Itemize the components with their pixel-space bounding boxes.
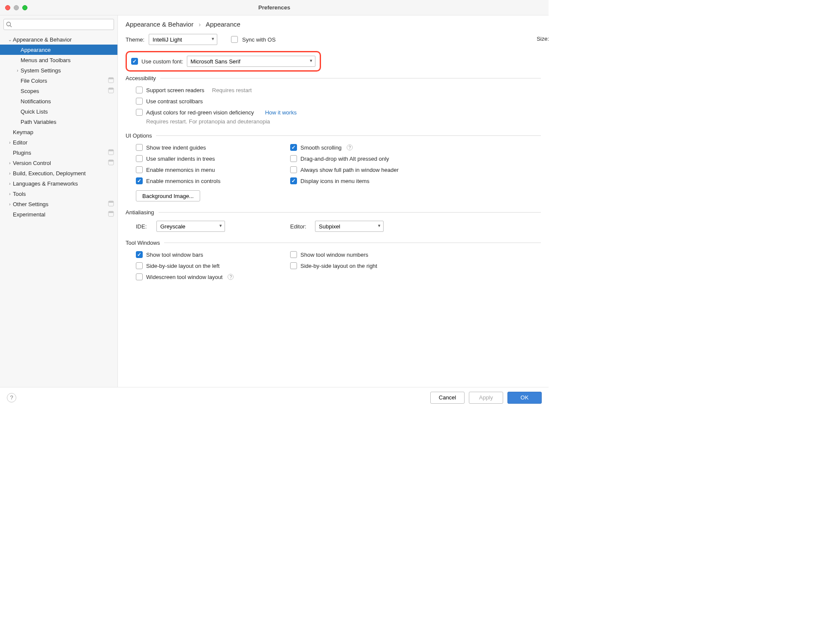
ui-opt-smooth-scrolling-label: Smooth scrolling — [300, 144, 342, 151]
ui-opt-always-show-full-path-in-window-header-label: Always show full path in window header — [300, 167, 399, 173]
svg-rect-5 — [108, 88, 114, 90]
close-window-button[interactable] — [5, 5, 10, 10]
chevron-right-icon[interactable]: › — [7, 171, 13, 176]
minimize-window-button[interactable] — [14, 5, 19, 10]
sidebar-item-tools[interactable]: ›Tools — [0, 189, 117, 199]
svg-rect-9 — [108, 160, 114, 162]
sidebar-item-build-execution-deployment[interactable]: ›Build, Execution, Deployment — [0, 168, 117, 178]
use-custom-font-label: Use custom font: — [141, 58, 183, 65]
contrast-scrollbars-label: Use contrast scrollbars — [146, 98, 203, 105]
chevron-right-icon[interactable]: › — [15, 68, 21, 73]
sidebar-item-path-variables[interactable]: Path Variables — [0, 117, 117, 127]
window-title: Preferences — [0, 4, 549, 11]
tw-opt-show-tool-window-bars-checkbox[interactable] — [136, 251, 143, 258]
font-family-select[interactable]: Microsoft Sans Serif — [187, 56, 315, 67]
tw-opt-side-by-side-layout-on-the-right-checkbox[interactable] — [290, 262, 297, 269]
background-image-button[interactable]: Background Image... — [136, 190, 200, 201]
search-icon — [6, 21, 12, 28]
sidebar-item-label: Path Variables — [21, 119, 57, 125]
sidebar-item-version-control[interactable]: ›Version Control — [0, 158, 117, 168]
ui-opt-always-show-full-path-in-window-header-checkbox[interactable] — [290, 166, 297, 173]
sidebar-item-label: Keymap — [13, 129, 33, 135]
sidebar-item-label: Tools — [13, 191, 26, 197]
breadcrumb-root[interactable]: Appearance & Behavior — [126, 21, 193, 28]
chevron-right-icon[interactable]: › — [7, 181, 13, 186]
apply-button[interactable]: Apply — [469, 392, 503, 404]
section-antialiasing-title: Antialiasing — [126, 209, 154, 216]
ui-opt-enable-mnemonics-in-controls-label: Enable mnemonics in controls — [146, 178, 220, 184]
ui-opt-enable-mnemonics-in-menu-checkbox[interactable] — [136, 166, 143, 173]
project-level-badge-icon — [108, 159, 114, 167]
ui-opt-drag-and-drop-with-alt-pressed-only-label: Drag-and-drop with Alt pressed only — [300, 156, 389, 162]
sidebar-item-notifications[interactable]: Notifications — [0, 96, 117, 106]
tw-opt-show-tool-window-numbers-checkbox[interactable] — [290, 251, 297, 258]
tw-opt-widescreen-tool-window-layout-label: Widescreen tool window layout — [146, 274, 222, 280]
sidebar-item-quick-lists[interactable]: Quick Lists — [0, 106, 117, 117]
svg-rect-3 — [108, 78, 114, 79]
zoom-window-button[interactable] — [22, 5, 27, 10]
chevron-right-icon[interactable]: › — [7, 140, 13, 145]
sidebar-item-other-settings[interactable]: ›Other Settings — [0, 199, 117, 209]
sidebar-item-experimental[interactable]: Experimental — [0, 209, 117, 219]
sidebar-item-plugins[interactable]: Plugins — [0, 147, 117, 158]
sidebar-item-label: Editor — [13, 139, 27, 146]
help-button[interactable]: ? — [7, 393, 16, 402]
sidebar-item-keymap[interactable]: Keymap — [0, 127, 117, 137]
aa-editor-select[interactable]: Subpixel — [315, 221, 384, 232]
help-icon[interactable]: ? — [228, 274, 234, 280]
colorblind-checkbox[interactable] — [136, 109, 143, 116]
ui-opt-smooth-scrolling-checkbox[interactable] — [290, 144, 297, 151]
sidebar-item-menus-and-toolbars[interactable]: Menus and Toolbars — [0, 55, 117, 65]
cancel-button[interactable]: Cancel — [430, 392, 465, 404]
ui-opt-drag-and-drop-with-alt-pressed-only-checkbox[interactable] — [290, 155, 297, 162]
theme-select[interactable]: IntelliJ Light — [149, 34, 217, 45]
screen-readers-label: Support screen readers — [146, 87, 204, 93]
theme-label: Theme: — [126, 36, 144, 43]
svg-point-0 — [7, 22, 11, 26]
ui-opt-display-icons-in-menu-items-checkbox[interactable] — [290, 177, 297, 184]
sidebar-item-scopes[interactable]: Scopes — [0, 86, 117, 96]
svg-rect-13 — [108, 211, 114, 213]
sidebar-item-appearance[interactable]: Appearance — [0, 45, 117, 55]
colorblind-how-link[interactable]: How it works — [265, 109, 297, 116]
ui-opt-enable-mnemonics-in-controls-checkbox[interactable] — [136, 177, 143, 184]
contrast-scrollbars-checkbox[interactable] — [136, 98, 143, 105]
aa-ide-select[interactable]: Greyscale — [156, 221, 225, 232]
ok-button[interactable]: OK — [507, 392, 542, 404]
project-level-badge-icon — [108, 149, 114, 156]
chevron-right-icon[interactable]: › — [7, 202, 13, 207]
tw-opt-widescreen-tool-window-layout-checkbox[interactable] — [136, 273, 143, 280]
search-input[interactable] — [3, 19, 114, 30]
sidebar-item-label: Appearance & Behavior — [13, 36, 72, 43]
chevron-right-icon: › — [199, 21, 201, 28]
chevron-right-icon[interactable]: › — [7, 192, 13, 196]
sidebar-item-file-colors[interactable]: File Colors — [0, 75, 117, 86]
sidebar-item-editor[interactable]: ›Editor — [0, 137, 117, 147]
custom-font-highlight: Use custom font: Microsoft Sans Serif — [126, 51, 321, 72]
screen-readers-checkbox[interactable] — [136, 87, 143, 93]
use-custom-font-checkbox[interactable] — [131, 58, 138, 65]
sync-os-checkbox[interactable] — [231, 36, 238, 43]
section-tool-windows-title: Tool Windows — [126, 240, 160, 246]
sidebar-item-label: File Colors — [21, 78, 47, 84]
chevron-down-icon[interactable]: ⌄ — [7, 37, 13, 42]
help-icon[interactable]: ? — [347, 144, 353, 150]
main-panel: Appearance & Behavior › Appearance Theme… — [118, 15, 549, 387]
ui-opt-show-tree-indent-guides-label: Show tree indent guides — [146, 144, 206, 151]
ui-opt-show-tree-indent-guides-checkbox[interactable] — [136, 144, 143, 151]
ui-opt-use-smaller-indents-in-trees-checkbox[interactable] — [136, 155, 143, 162]
ui-opt-enable-mnemonics-in-menu-label: Enable mnemonics in menu — [146, 167, 215, 173]
sidebar-item-appearance-behavior[interactable]: ⌄Appearance & Behavior — [0, 34, 117, 45]
sidebar-item-label: Build, Execution, Deployment — [13, 170, 86, 177]
section-accessibility-title: Accessibility — [126, 75, 156, 81]
sidebar-item-languages-frameworks[interactable]: ›Languages & Frameworks — [0, 178, 117, 189]
sidebar-item-label: Plugins — [13, 150, 31, 156]
tw-opt-show-tool-window-numbers-label: Show tool window numbers — [300, 252, 368, 258]
sidebar-item-label: System Settings — [21, 67, 61, 74]
screen-readers-note: Requires restart — [212, 87, 252, 93]
tw-opt-side-by-side-layout-on-the-left-checkbox[interactable] — [136, 262, 143, 269]
sidebar-item-system-settings[interactable]: ›System Settings — [0, 65, 117, 75]
sidebar-item-label: Menus and Toolbars — [21, 57, 71, 63]
sidebar-item-label: Scopes — [21, 88, 39, 94]
chevron-right-icon[interactable]: › — [7, 161, 13, 165]
